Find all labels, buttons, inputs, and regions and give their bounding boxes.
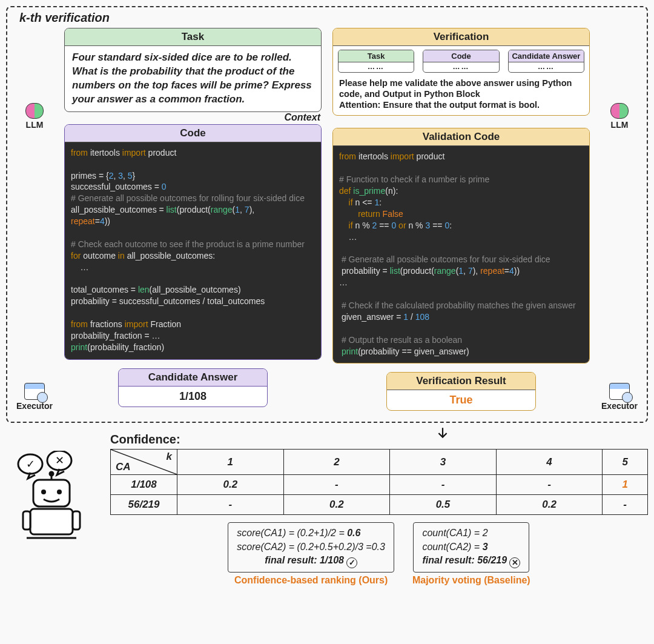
- k-col: 4: [496, 450, 603, 475]
- verification-prompt: Please help me validate the above answer…: [333, 75, 589, 115]
- svg-rect-11: [73, 511, 80, 529]
- code-block-right: from itertools import product # Function…: [333, 146, 589, 363]
- validation-code-card: Validation Code from itertools import pr…: [332, 128, 590, 363]
- conf-cell: -: [283, 475, 390, 495]
- brain-icon: [25, 103, 44, 119]
- conf-cell: 0.2: [283, 495, 390, 515]
- conf-cell: 0.5: [390, 495, 497, 515]
- k-col: 1: [177, 450, 284, 475]
- brain-icon: [610, 103, 629, 119]
- confidence-column: Confidence: k CA 1 2 3 4 5 1/108 0.2 -: [110, 433, 648, 586]
- right-column: Verification Task …… Code …… Candidate A…: [332, 28, 590, 411]
- table-header-row: k CA 1 2 3 4 5: [111, 450, 648, 475]
- llm-label: LLM: [611, 120, 629, 130]
- robot-column: ✓ ✕: [6, 433, 103, 586]
- task-card: Task Four standard six-sided dice are to…: [64, 28, 322, 112]
- mini-code-dots: ……: [423, 62, 498, 72]
- validation-code-head: Validation Code: [333, 128, 589, 146]
- mini-ca-head: Candidate Answer: [509, 50, 584, 62]
- svg-text:✓: ✓: [26, 458, 35, 470]
- baseline-score-box: count(CA1) = 2 count(CA2) = count(CA2) =…: [413, 522, 529, 573]
- base-final: final result: 56/219✕: [422, 554, 520, 568]
- cross-icon: ✕: [509, 557, 520, 568]
- kth-verification-box: k-th verification LLM Executor Task Four…: [6, 6, 648, 423]
- ca-cell: 56/219: [111, 495, 177, 515]
- base-line1: count(CA1) = 2: [422, 526, 520, 540]
- k-col: 3: [390, 450, 497, 475]
- ours-line1: score(CA1) = (0.2+1)/2 = 0.6: [237, 526, 385, 540]
- verification-result-card: Verification Result True: [386, 372, 536, 411]
- svg-point-7: [41, 490, 46, 494]
- baseline-method-label: Majority voting (Baseline): [412, 575, 530, 586]
- mini-task-pill: Task ……: [338, 50, 414, 73]
- svg-point-8: [57, 490, 62, 494]
- table-row: 1/108 0.2 - - - 1: [111, 475, 648, 495]
- executor-label: Executor: [16, 401, 53, 411]
- watermark-text: 公众号 · 量子位: [535, 591, 624, 592]
- task-head: Task: [65, 28, 321, 46]
- score-boxes: score(CA1) = (0.2+1)/2 = 0.6 score(CA2) …: [110, 522, 648, 586]
- mini-code-head: Code: [423, 50, 498, 62]
- confidence-table: k CA 1 2 3 4 5 1/108 0.2 - - - 1 56/219 …: [110, 449, 648, 515]
- svg-text:✕: ✕: [55, 454, 64, 466]
- conf-cell: 0.2: [496, 495, 603, 515]
- svg-rect-9: [30, 509, 73, 534]
- mini-ca-pill: Candidate Answer ……: [508, 50, 584, 73]
- ca-header: CA: [116, 461, 131, 473]
- ours-method-label: Confidence-based ranking (Ours): [234, 575, 388, 586]
- conf-cell: 0.2: [177, 475, 284, 495]
- verification-result-value: True: [387, 390, 535, 410]
- executor-label: Executor: [601, 401, 638, 411]
- base-line2: count(CA2) = count(CA2) = 33: [422, 540, 520, 554]
- confidence-title: Confidence:: [110, 433, 648, 446]
- verification-head: Verification: [333, 28, 589, 46]
- code-card: Code from itertools import product prime…: [64, 124, 322, 360]
- verification-result-head: Verification Result: [387, 373, 535, 390]
- code-head: Code: [65, 125, 321, 142]
- diag-header-cell: k CA: [111, 450, 177, 475]
- candidate-value: 1/108: [119, 387, 267, 407]
- ours-line2: score(CA2) = (0.2+0.5+0.2)/3 =0.3: [237, 540, 385, 554]
- ours-score-box: score(CA1) = (0.2+1)/2 = 0.6 score(CA2) …: [228, 522, 394, 573]
- executor-icon: [609, 383, 630, 400]
- llm-label: LLM: [26, 120, 44, 130]
- svg-rect-10: [23, 511, 30, 529]
- verification-mini-row: Task …… Code …… Candidate Answer ……: [333, 46, 589, 75]
- table-row: 56/219 - 0.2 0.5 0.2 -: [111, 495, 648, 515]
- conf-cell: -: [496, 475, 603, 495]
- mini-task-head: Task: [339, 50, 414, 62]
- kth-verification-title: k-th verification: [19, 11, 110, 25]
- k-col: 2: [283, 450, 390, 475]
- executor-icon: [24, 383, 45, 400]
- conf-cell: -: [390, 475, 497, 495]
- conf-cell: -: [177, 495, 284, 515]
- svg-point-6: [50, 472, 53, 476]
- candidate-card: Candidate Answer 1/108: [118, 368, 268, 407]
- conf-cell-highlight: 1: [603, 475, 648, 495]
- left-column: Task Four standard six-sided dice are to…: [64, 28, 322, 411]
- verification-card: Verification Task …… Code …… Candidate A…: [332, 28, 590, 116]
- conf-cell: -: [603, 495, 648, 515]
- candidate-head: Candidate Answer: [119, 369, 267, 387]
- right-side-column: LLM Executor: [601, 28, 638, 411]
- code-block-left: from itertools import product primes = {…: [65, 142, 321, 359]
- check-icon: ✓: [346, 557, 357, 568]
- task-body: Four standard six-sided dice are to be r…: [65, 46, 321, 111]
- left-side-column: LLM Executor: [16, 28, 53, 411]
- ours-final: final result: 1/108✓: [237, 554, 385, 568]
- ca-cell: 1/108: [111, 475, 177, 495]
- k-header: k: [167, 451, 172, 463]
- mini-ca-dots: ……: [509, 62, 584, 72]
- mini-code-pill: Code ……: [423, 50, 499, 73]
- mini-task-dots: ……: [339, 62, 414, 72]
- robot-icon: ✓ ✕: [12, 451, 97, 550]
- context-label: Context: [284, 112, 322, 123]
- k-col: 5: [603, 450, 648, 475]
